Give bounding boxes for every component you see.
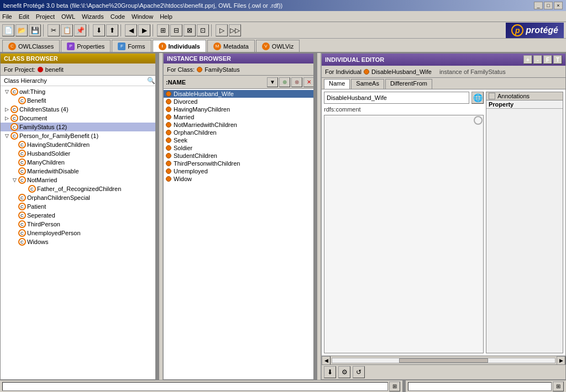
instance-search-btn[interactable]: ✕ (303, 77, 315, 87)
tab-owlclasses[interactable]: C OWLClasses (2, 40, 60, 52)
ind-t-btn[interactable]: T (553, 55, 562, 64)
toolbar-paste[interactable]: 📌 (74, 24, 86, 36)
instance-item-notmarriedchildren[interactable]: NotMarriedwithChildren (164, 121, 317, 129)
toolbar-config4[interactable]: ⊡ (197, 24, 209, 36)
tree-item-seperated[interactable]: C Seperated (1, 211, 159, 220)
tree-item-notmarried[interactable]: ▽ C NotMarried (1, 176, 159, 184)
menu-wizards[interactable]: Wizards (82, 13, 104, 20)
toolbar-back[interactable]: ◀ (125, 24, 137, 36)
tab-forms[interactable]: F Forms (112, 40, 151, 52)
tab-metadata[interactable]: M Metadata (207, 40, 255, 52)
toolbar-config2[interactable]: ⊟ (170, 24, 182, 36)
instance-item-havingmany[interactable]: HavingManyChildren (164, 105, 317, 113)
tree-item-owlthing[interactable]: ▽ C owl:Thing (1, 87, 159, 96)
close-button[interactable]: × (554, 2, 563, 9)
menu-window[interactable]: Window (132, 13, 153, 20)
menu-file[interactable]: File (2, 13, 12, 20)
ind-tab-sameas[interactable]: SameAs (351, 79, 384, 89)
menu-edit[interactable]: Edit (19, 13, 29, 20)
tree-item-familystatus[interactable]: C FamilyStatus (12) (1, 123, 159, 131)
instance-item-married[interactable]: Married (164, 113, 317, 121)
class-browser-resize[interactable] (155, 54, 159, 379)
tree-item-childrenstatus[interactable]: ▷ C ChildrenStatus (4) (1, 105, 159, 114)
annotations-checkbox[interactable] (489, 93, 495, 99)
tree-item-patient[interactable]: C Patient (1, 202, 159, 211)
toggle-document[interactable]: ▷ (3, 115, 11, 121)
ind-action-settings[interactable]: ⚙ (338, 366, 350, 378)
tree-item-marriedwithdisable[interactable]: C MarriedwithDisable (1, 167, 159, 176)
minimize-button[interactable]: _ (534, 2, 543, 9)
status-right-button[interactable]: ⊞ (553, 382, 564, 391)
tree-item-manychildren[interactable]: C ManyChildren (1, 158, 159, 167)
tab-properties[interactable]: P Properties (61, 40, 111, 52)
status-search-button[interactable]: ⊞ (389, 382, 400, 391)
search-icon[interactable]: 🔍 (147, 77, 155, 84)
ind-remove-btn[interactable]: - (533, 55, 542, 64)
toggle-childrenstatus[interactable]: ▷ (3, 107, 11, 112)
ind-action-refresh[interactable]: ↺ (353, 366, 365, 378)
menu-project[interactable]: Project (36, 13, 55, 20)
tree-item-father-recognized[interactable]: C Father_of_RecognizedChildren (1, 184, 159, 193)
instance-item-orphanchildren[interactable]: OrphanChildren (164, 129, 317, 136)
individual-hscroll[interactable]: ◀ ▶ (322, 356, 565, 364)
ind-action-download[interactable]: ⬇ (324, 366, 336, 378)
toolbar-copy[interactable]: 📋 (61, 24, 73, 36)
instance-item-divorced[interactable]: Divorced (164, 98, 317, 105)
tree-item-benefit[interactable]: C Benefit (1, 96, 159, 105)
menu-owl[interactable]: OWL (61, 13, 75, 20)
globe-button[interactable]: 🌐 (471, 92, 484, 104)
ind-f-btn[interactable]: F (543, 55, 552, 64)
toolbar-save[interactable]: 💾 (29, 24, 41, 36)
instance-remove-btn[interactable]: ⊗ (291, 77, 302, 87)
menu-help[interactable]: Help (160, 13, 172, 20)
scroll-right-arrow[interactable]: ▶ (557, 356, 565, 365)
instance-item-thirdpersonchildren[interactable]: ThirdPersonwithChildren (164, 160, 317, 167)
status-search-input[interactable] (2, 382, 388, 391)
tree-item-havingstudent[interactable]: C HavingStudentChildren (1, 140, 159, 149)
instance-item-widow[interactable]: Widow (164, 175, 317, 183)
scroll-track[interactable] (332, 358, 555, 363)
instance-item-seek[interactable]: Seek (164, 136, 317, 144)
instance-add-btn[interactable]: ⊕ (279, 77, 290, 87)
toggle-person-family[interactable]: ▽ (3, 133, 11, 139)
rdfs-comment-input[interactable] (324, 115, 484, 353)
tree-item-unemployedperson[interactable]: C UnemployedPerson (1, 229, 159, 237)
ind-add-btn[interactable]: + (523, 55, 532, 64)
individual-name-input[interactable] (324, 92, 469, 104)
tab-owlviz[interactable]: V OWLViz (256, 40, 300, 52)
tree-item-document[interactable]: ▷ C Document (1, 114, 159, 123)
instance-item-soldier[interactable]: Soldier (164, 144, 317, 152)
toolbar-forward[interactable]: ▶ (138, 24, 150, 36)
scroll-left-arrow[interactable]: ◀ (322, 356, 331, 365)
toolbar-import[interactable]: ⬇ (93, 24, 105, 36)
tab-individuals[interactable]: I Individuals (153, 40, 206, 52)
status-right-input[interactable] (408, 382, 552, 391)
instance-item-unemployed[interactable]: Unemployed (164, 167, 317, 175)
toolbar-export[interactable]: ⬆ (106, 24, 118, 36)
class-icon: C (11, 114, 18, 122)
toolbar-config1[interactable]: ⊞ (157, 24, 169, 36)
ind-tab-name[interactable]: Name (324, 79, 350, 89)
toolbar-play[interactable]: ▷ (216, 24, 228, 36)
toolbar-open[interactable]: 📂 (15, 24, 28, 36)
tree-item-orphanspecial[interactable]: C OrphanChildrenSpecial (1, 193, 159, 202)
instance-browser-resize[interactable] (313, 54, 317, 379)
toolbar-stop[interactable]: ▷▷ (229, 24, 241, 36)
instance-sort-btn[interactable]: ▼ (267, 77, 278, 87)
tree-item-thirdperson[interactable]: C ThirdPerson (1, 220, 159, 229)
window-controls[interactable]: _ □ × (534, 2, 563, 9)
toggle-owlthing[interactable]: ▽ (3, 89, 11, 94)
scroll-thumb[interactable] (399, 358, 488, 363)
toolbar-config3[interactable]: ⊠ (184, 24, 196, 36)
tree-item-husbandsoldier[interactable]: C HusbandSoldier (1, 149, 159, 158)
tree-item-person-family[interactable]: ▽ C Person_for_FamilyBenefit (1) (1, 131, 159, 140)
maximize-button[interactable]: □ (544, 2, 553, 9)
ind-tab-differentfrom[interactable]: DifferentFrom (385, 79, 432, 89)
instance-item-disablehusband[interactable]: DisableHusband_Wife (164, 90, 317, 98)
menu-code[interactable]: Code (111, 13, 125, 20)
instance-item-studentchildren[interactable]: StudentChildren (164, 152, 317, 160)
toolbar-new[interactable]: 📄 (2, 24, 14, 36)
toolbar-cut[interactable]: ✂ (48, 24, 60, 36)
toggle-notmarried[interactable]: ▽ (11, 177, 18, 183)
tree-item-widows[interactable]: C Widows (1, 237, 159, 246)
